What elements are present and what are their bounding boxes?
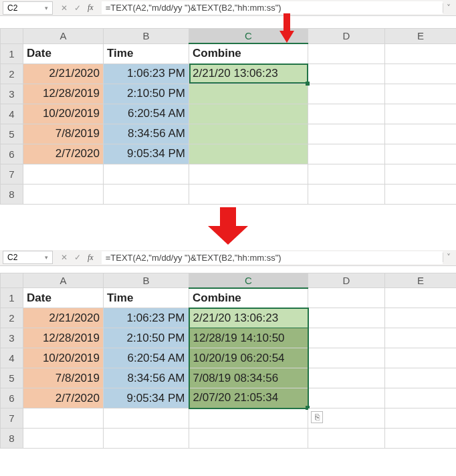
- cell[interactable]: [308, 164, 385, 184]
- cell[interactable]: [23, 408, 104, 429]
- header-time[interactable]: Time: [104, 288, 189, 308]
- cell[interactable]: [308, 184, 385, 204]
- header-date[interactable]: Date: [23, 43, 104, 64]
- cell-date[interactable]: 12/28/2019: [23, 84, 104, 104]
- header-combine[interactable]: Combine: [189, 43, 308, 64]
- cell[interactable]: [385, 124, 457, 144]
- header-combine[interactable]: Combine: [189, 288, 308, 308]
- cell[interactable]: [104, 184, 189, 204]
- cell[interactable]: [23, 184, 104, 204]
- cell[interactable]: [385, 368, 457, 388]
- row-header-4[interactable]: 4: [1, 348, 23, 368]
- cell-combine[interactable]: 10/20/19 06:20:54: [189, 348, 308, 368]
- cell-date[interactable]: 7/8/2019: [23, 124, 104, 144]
- select-all-corner[interactable]: [1, 29, 23, 44]
- cell[interactable]: [189, 164, 308, 184]
- name-box-dropdown-icon[interactable]: ▾: [45, 254, 48, 261]
- select-all-corner[interactable]: [1, 273, 23, 288]
- col-header-D[interactable]: D: [308, 273, 385, 288]
- autofill-options-icon[interactable]: ⎘: [311, 411, 323, 423]
- row-header-5[interactable]: 5: [1, 368, 23, 388]
- cell[interactable]: [189, 429, 308, 449]
- header-time[interactable]: Time: [104, 43, 189, 64]
- col-header-B[interactable]: B: [104, 29, 189, 44]
- cell[interactable]: [308, 368, 385, 388]
- row-header-7[interactable]: 7: [1, 164, 23, 184]
- fx-icon[interactable]: fx: [88, 3, 94, 13]
- cell[interactable]: [385, 164, 457, 184]
- formula-input[interactable]: =TEXT(A2,"m/dd/yy ")&TEXT(B2,"hh:mm:ss"): [102, 1, 443, 14]
- col-header-E[interactable]: E: [385, 273, 457, 288]
- col-header-D[interactable]: D: [308, 29, 385, 44]
- cancel-icon[interactable]: ✕: [61, 3, 68, 13]
- row-header-7[interactable]: 7: [1, 408, 23, 429]
- cell[interactable]: [385, 84, 457, 104]
- cell[interactable]: [385, 348, 457, 368]
- cell-time[interactable]: 6:20:54 AM: [104, 348, 189, 368]
- cell[interactable]: ⎘: [308, 408, 385, 429]
- cell[interactable]: [308, 64, 385, 84]
- cell-date[interactable]: 2/21/2020: [23, 64, 104, 84]
- cell-date[interactable]: 2/7/2020: [23, 388, 104, 408]
- formula-bar-expand-icon[interactable]: ˅: [443, 253, 453, 262]
- row-header-2[interactable]: 2: [1, 308, 23, 328]
- cell-combine-empty[interactable]: [189, 144, 308, 164]
- cell[interactable]: [385, 184, 457, 204]
- cell[interactable]: [385, 408, 457, 429]
- cell-date[interactable]: 12/28/2019: [23, 328, 104, 348]
- cell[interactable]: [23, 164, 104, 184]
- cell-combine-empty[interactable]: [189, 124, 308, 144]
- formula-bar-expand-icon[interactable]: ˅: [443, 3, 453, 13]
- header-date[interactable]: Date: [23, 288, 104, 308]
- cell[interactable]: [385, 144, 457, 164]
- cell[interactable]: [308, 288, 385, 308]
- cell[interactable]: [308, 308, 385, 328]
- cell[interactable]: [23, 429, 104, 449]
- cell[interactable]: [385, 43, 457, 64]
- cell[interactable]: [104, 408, 189, 429]
- cell[interactable]: [385, 104, 457, 124]
- cell[interactable]: [308, 43, 385, 64]
- cell[interactable]: [308, 388, 385, 408]
- col-header-E[interactable]: E: [385, 29, 457, 44]
- cell-time[interactable]: 8:34:56 AM: [104, 124, 189, 144]
- fx-icon[interactable]: fx: [88, 253, 94, 263]
- cell-time[interactable]: 6:20:54 AM: [104, 104, 189, 124]
- enter-icon[interactable]: ✓: [74, 3, 81, 13]
- name-box-dropdown-icon[interactable]: ▾: [45, 5, 48, 11]
- name-box[interactable]: C2 ▾: [3, 251, 53, 264]
- cell-time[interactable]: 9:05:34 PM: [104, 388, 189, 408]
- cell-combine[interactable]: 2/07/20 21:05:34: [189, 388, 308, 408]
- cell[interactable]: [385, 308, 457, 328]
- row-header-6[interactable]: 6: [1, 388, 23, 408]
- cell[interactable]: [308, 328, 385, 348]
- row-header-3[interactable]: 3: [1, 328, 23, 348]
- cell-time[interactable]: 8:34:56 AM: [104, 368, 189, 388]
- col-header-A[interactable]: A: [23, 29, 104, 44]
- cell[interactable]: [385, 388, 457, 408]
- cell[interactable]: [308, 104, 385, 124]
- cell[interactable]: [385, 64, 457, 84]
- cell[interactable]: [308, 124, 385, 144]
- cell-combine[interactable]: 7/08/19 08:34:56: [189, 368, 308, 388]
- col-header-A[interactable]: A: [23, 273, 104, 288]
- row-header-6[interactable]: 6: [1, 144, 23, 164]
- enter-icon[interactable]: ✓: [74, 253, 81, 262]
- col-header-C[interactable]: C: [189, 273, 308, 288]
- cell-combine[interactable]: 2/21/20 13:06:23: [189, 308, 308, 328]
- cell-date[interactable]: 2/21/2020: [23, 308, 104, 328]
- cell-time[interactable]: 1:06:23 PM: [104, 308, 189, 328]
- cell[interactable]: [189, 408, 308, 429]
- cell-time[interactable]: 2:10:50 PM: [104, 328, 189, 348]
- cell[interactable]: [308, 348, 385, 368]
- cell-time[interactable]: 9:05:34 PM: [104, 144, 189, 164]
- cell-combine[interactable]: 12/28/19 14:10:50: [189, 328, 308, 348]
- cell-date[interactable]: 7/8/2019: [23, 368, 104, 388]
- cell-time[interactable]: 2:10:50 PM: [104, 84, 189, 104]
- cancel-icon[interactable]: ✕: [61, 253, 68, 262]
- cell-date[interactable]: 2/7/2020: [23, 144, 104, 164]
- row-header-5[interactable]: 5: [1, 124, 23, 144]
- cell[interactable]: [189, 184, 308, 204]
- row-header-2[interactable]: 2: [1, 64, 23, 84]
- name-box[interactable]: C2 ▾: [3, 1, 53, 15]
